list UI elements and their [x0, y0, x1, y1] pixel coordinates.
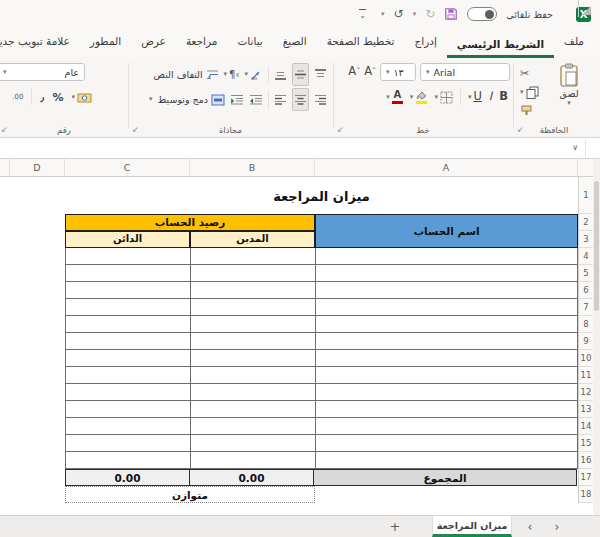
row-header[interactable]: 2	[579, 214, 593, 231]
column-header[interactable]: A	[315, 159, 578, 176]
row-header[interactable]: 8	[579, 316, 593, 333]
font-color-button[interactable]: ▾ A	[386, 90, 403, 104]
row-header[interactable]: 13	[579, 401, 593, 418]
empty-cell[interactable]	[65, 282, 190, 299]
cut-icon[interactable]: ✂	[520, 67, 529, 80]
balance-status-cell[interactable]: متوازن	[65, 486, 315, 503]
empty-cell[interactable]	[65, 367, 190, 384]
merge-center-button[interactable]: دمج وتوسيط	[158, 94, 225, 106]
column-header[interactable]: C	[65, 159, 190, 176]
ribbon-tab[interactable]: مراجعة	[176, 28, 228, 58]
total-credit-cell[interactable]: 0.00	[65, 469, 190, 486]
formula-input[interactable]	[4, 140, 564, 156]
quick-access-customize-icon[interactable]: ⌄	[359, 9, 366, 20]
sheet-tab-active[interactable]: ميزان المراجعة	[432, 516, 512, 537]
empty-cell[interactable]	[65, 435, 190, 452]
empty-cell[interactable]	[65, 333, 190, 350]
empty-cell[interactable]	[315, 282, 578, 299]
orientation-button[interactable]: ▾ ab	[244, 69, 263, 81]
bold-button[interactable]: B	[499, 91, 508, 103]
vertical-scrollbar[interactable]	[593, 159, 600, 515]
align-bottom-icon[interactable]	[274, 69, 287, 80]
sheet-title-cell[interactable]: ميزان المراجعة	[65, 177, 578, 214]
empty-cell[interactable]	[315, 452, 578, 469]
empty-cell[interactable]	[190, 401, 315, 418]
row-header[interactable]: 12	[579, 384, 593, 401]
align-top-icon[interactable]	[314, 69, 327, 80]
empty-cell[interactable]	[65, 248, 190, 265]
column-header[interactable]: B	[190, 159, 315, 176]
empty-cell[interactable]	[315, 384, 578, 401]
borders-button[interactable]: ▾	[434, 91, 453, 104]
empty-cell[interactable]	[315, 299, 578, 316]
empty-cell[interactable]	[190, 316, 315, 333]
empty-cell[interactable]	[65, 316, 190, 333]
accounting-dropdown-icon[interactable]: ▾	[71, 94, 75, 101]
row-header[interactable]: 3	[579, 231, 593, 248]
italic-button[interactable]: I	[489, 91, 492, 103]
scrollbar-thumb[interactable]	[594, 181, 599, 311]
align-center-button-selected[interactable]	[292, 88, 309, 111]
text-direction-button[interactable]: ▾ ¶‹	[224, 70, 240, 80]
font-size-dropdown-icon[interactable]: ▾	[386, 69, 390, 76]
align-right-icon[interactable]	[314, 94, 327, 105]
empty-cell[interactable]	[190, 367, 315, 384]
row-header[interactable]: 9	[579, 333, 593, 350]
empty-cell[interactable]	[315, 265, 578, 282]
format-painter-icon[interactable]	[520, 105, 533, 118]
increase-decimal-icon[interactable]: .00	[12, 93, 23, 101]
fill-color-button[interactable]: ▾	[410, 91, 428, 104]
empty-cell[interactable]	[65, 384, 190, 401]
empty-cell[interactable]	[315, 333, 578, 350]
empty-cell[interactable]	[190, 282, 315, 299]
empty-cell[interactable]	[65, 418, 190, 435]
header-cell-balance[interactable]: رصيد الحساب	[65, 214, 315, 231]
save-icon[interactable]	[444, 7, 458, 21]
empty-cell[interactable]	[190, 435, 315, 452]
empty-cell[interactable]	[315, 367, 578, 384]
fill-color-dropdown-icon[interactable]: ▾	[410, 94, 414, 101]
header-cell-credit[interactable]: الدائن	[65, 231, 190, 248]
header-cell-debit[interactable]: المدين	[190, 231, 315, 248]
row-header[interactable]: 5	[579, 265, 593, 282]
empty-cell[interactable]	[315, 316, 578, 333]
empty-cell[interactable]	[190, 452, 315, 469]
row-header[interactable]: 6	[579, 282, 593, 299]
empty-cell[interactable]	[315, 418, 578, 435]
underline-button[interactable]: ▾ U	[468, 91, 482, 103]
ribbon-tab[interactable]: تخطيط الصفحة	[317, 28, 405, 58]
ribbon-tab[interactable]: علامة تبويب جديدة	[0, 28, 80, 58]
percent-style-button[interactable]: %	[52, 92, 63, 103]
ribbon-tab[interactable]: بيانات	[227, 28, 272, 58]
shrink-font-button[interactable]: Aˇ	[348, 66, 360, 78]
row-header[interactable]: 10	[579, 350, 593, 367]
copy-button[interactable]: ▾	[520, 86, 539, 99]
empty-cell[interactable]	[315, 401, 578, 418]
select-all-corner[interactable]	[578, 0, 593, 17]
align-left-icon[interactable]	[274, 94, 287, 105]
paste-dropdown-icon[interactable]: ▾	[567, 100, 571, 107]
decrease-indent-icon[interactable]	[249, 94, 263, 105]
header-cell-account-name[interactable]: اسم الحساب	[315, 214, 578, 248]
ribbon-tab[interactable]: الصيغ	[273, 28, 317, 58]
row-header[interactable]: 15	[579, 435, 593, 452]
grow-font-button[interactable]: Aˆ	[364, 66, 376, 78]
ribbon-tab[interactable]: ملف	[554, 28, 594, 58]
paste-button[interactable]: لصق ▾	[548, 63, 590, 125]
copy-dropdown-icon[interactable]: ▾	[520, 89, 524, 96]
empty-cell[interactable]	[65, 265, 190, 282]
row-header[interactable]: 18	[579, 486, 593, 503]
increase-indent-icon[interactable]	[230, 94, 244, 105]
empty-cell[interactable]	[65, 401, 190, 418]
formula-bar-expand-icon[interactable]: ∨	[572, 143, 578, 152]
empty-cell[interactable]	[190, 333, 315, 350]
wrap-text-button[interactable]: التفاف النص	[154, 69, 219, 81]
empty-cell[interactable]	[190, 265, 315, 282]
row-header[interactable]: 17	[579, 469, 593, 486]
empty-cell[interactable]	[190, 350, 315, 367]
undo-icon[interactable]: ↺	[394, 8, 404, 20]
comma-style-button[interactable]: ٫	[40, 92, 44, 103]
underline-dropdown-icon[interactable]: ▾	[468, 94, 472, 101]
total-debit-cell[interactable]: 0.00	[189, 469, 314, 486]
orientation-dropdown-icon[interactable]: ▾	[244, 71, 248, 78]
